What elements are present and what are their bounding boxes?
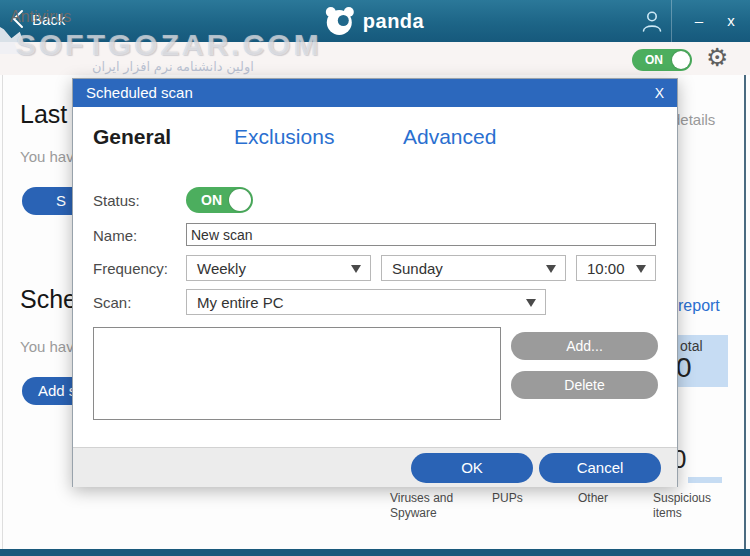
scan-target-dropdown[interactable]: My entire PC xyxy=(186,289,546,315)
column-header-other: Other xyxy=(578,491,650,506)
minimize-icon[interactable]: – xyxy=(682,0,716,42)
column-header-suspicious: Suspicious items xyxy=(653,491,719,521)
frequency-value: Weekly xyxy=(197,260,246,277)
tab-general[interactable]: General xyxy=(93,125,171,149)
page-title: Antivirus xyxy=(10,8,71,26)
chevron-down-icon xyxy=(636,265,646,273)
dialog-close-icon[interactable]: X xyxy=(655,79,664,107)
dialog-footer: OK Cancel xyxy=(73,447,677,487)
name-label: Name: xyxy=(93,227,137,244)
dialog-titlebar: Scheduled scan X xyxy=(73,79,677,107)
window-titlebar: Back panda – x xyxy=(0,0,750,42)
user-account-icon[interactable] xyxy=(640,9,664,33)
dialog-title: Scheduled scan xyxy=(86,79,193,107)
frequency-dropdown[interactable]: Weekly xyxy=(186,255,371,281)
panda-antivirus-window: Back panda – x Antivirus ON ⚙ SOFTGOZAR.… xyxy=(0,0,750,556)
details-link[interactable]: details xyxy=(672,111,715,128)
brand-logo: panda xyxy=(326,7,424,35)
window-right-edge xyxy=(744,42,746,549)
column-header-pups: PUPs xyxy=(492,491,564,506)
scheduled-scan-dialog: Scheduled scan X General Exclusions Adva… xyxy=(72,78,678,487)
window-left-edge xyxy=(2,75,3,549)
column-header-viruses: Viruses and Spyware xyxy=(390,491,462,521)
total-column-value: 0 xyxy=(676,352,692,384)
add-path-button[interactable]: Add... xyxy=(511,332,658,360)
day-dropdown[interactable]: Sunday xyxy=(381,255,566,281)
delete-path-button[interactable]: Delete xyxy=(511,371,658,399)
titlebar-divider xyxy=(671,0,672,42)
time-dropdown[interactable]: 10:00 xyxy=(576,255,656,281)
antivirus-toggle-label: ON xyxy=(645,53,663,67)
ok-button[interactable]: OK xyxy=(411,453,533,483)
cancel-button[interactable]: Cancel xyxy=(539,453,661,483)
chevron-down-icon xyxy=(546,265,556,273)
toggle-knob xyxy=(672,51,690,69)
gear-icon[interactable]: ⚙ xyxy=(706,43,728,72)
close-icon[interactable]: x xyxy=(714,0,748,42)
status-toggle[interactable]: ON xyxy=(186,187,253,213)
total-highlight-strip xyxy=(688,477,722,483)
window-bottom-edge xyxy=(0,549,750,556)
panda-logo-icon xyxy=(326,7,354,35)
toggle-knob xyxy=(229,189,251,211)
antivirus-on-toggle[interactable]: ON xyxy=(632,49,692,71)
tab-exclusions[interactable]: Exclusions xyxy=(234,125,334,149)
frequency-label: Frequency: xyxy=(93,260,168,277)
time-value: 10:00 xyxy=(587,260,625,277)
status-label: Status: xyxy=(93,192,140,209)
tab-advanced[interactable]: Advanced xyxy=(403,125,496,149)
chevron-down-icon xyxy=(351,265,361,273)
last-scan-heading: Last xyxy=(20,100,67,129)
brand-name: panda xyxy=(363,10,424,33)
scheduled-scans-subtext: You hav xyxy=(20,338,74,355)
scan-label: Scan: xyxy=(93,294,131,311)
scheduled-scans-heading: Sche xyxy=(20,285,77,314)
status-toggle-label: ON xyxy=(201,192,222,208)
scan-name-input[interactable] xyxy=(186,223,656,246)
last-scan-subtext: You hav xyxy=(20,148,74,165)
scan-paths-listbox[interactable] xyxy=(93,327,501,420)
day-value: Sunday xyxy=(392,260,443,277)
scan-target-value: My entire PC xyxy=(197,294,284,311)
chevron-down-icon xyxy=(526,299,536,307)
